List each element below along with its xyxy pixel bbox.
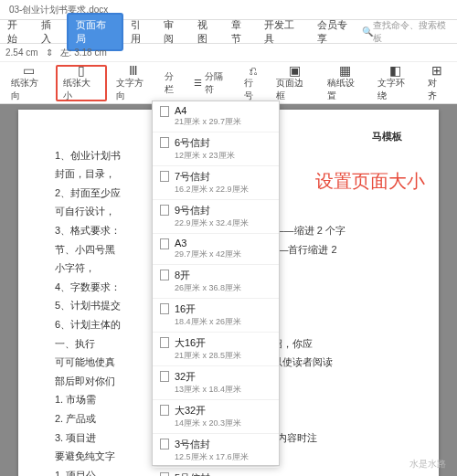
tab-view[interactable]: 视图 xyxy=(190,15,224,49)
size-option-0[interactable]: A421厘米 x 29.7厘米 xyxy=(153,101,279,132)
page-icon xyxy=(160,472,169,476)
search-icon: 🔍 xyxy=(362,26,373,37)
tab-page-layout[interactable]: 页面布局 xyxy=(67,13,122,51)
margin-top: 2.54 cm xyxy=(5,48,38,58)
breaks-button[interactable]: ☰分隔符 xyxy=(190,69,235,98)
page-icon xyxy=(160,303,169,314)
tab-references[interactable]: 引用 xyxy=(123,15,157,49)
tab-home[interactable]: 开始 xyxy=(0,15,34,49)
paper-setting-button[interactable]: ▦稿纸设置 xyxy=(322,65,368,101)
align-button[interactable]: ⊞对齐 xyxy=(422,65,452,101)
tab-review[interactable]: 审阅 xyxy=(156,15,190,49)
margin-left: 左: 3.18 cm xyxy=(60,47,107,59)
size-option-2[interactable]: 7号信封16.2厘米 x 22.9厘米 xyxy=(153,166,279,200)
tab-member[interactable]: 会员专享 xyxy=(310,15,362,49)
size-option-8[interactable]: 32开13厘米 x 18.4厘米 xyxy=(153,366,279,400)
size-option-1[interactable]: 6号信封12厘米 x 23厘米 xyxy=(153,132,279,166)
size-option-5[interactable]: 8开26厘米 x 36.8厘米 xyxy=(153,265,279,299)
page-icon xyxy=(160,405,169,416)
columns-button[interactable]: 分栏 xyxy=(161,69,186,98)
orientation-button[interactable]: ▭纸张方向 xyxy=(5,65,52,101)
page-icon xyxy=(160,270,169,280)
page-icon xyxy=(160,371,169,382)
search-box[interactable]: 🔍 查找命令、搜索模板 xyxy=(362,19,457,45)
line-number-button[interactable]: ⎌行号 xyxy=(239,65,268,101)
annotation-text: 设置页面大小 xyxy=(315,169,425,194)
tab-insert[interactable]: 插入 xyxy=(34,15,68,49)
size-option-10[interactable]: 3号信封12.5厘米 x 17.6厘米 xyxy=(153,434,279,468)
text-wrap-button[interactable]: ◧文字环绕 xyxy=(372,65,419,101)
page-icon xyxy=(160,106,169,117)
page-size-button[interactable]: ▯纸张大小 xyxy=(56,65,106,101)
tab-developer[interactable]: 开发工具 xyxy=(257,15,309,49)
size-option-9[interactable]: 大32开14厘米 x 20.3厘米 xyxy=(153,400,279,434)
page-size-dropdown: A421厘米 x 29.7厘米6号信封12厘米 x 23厘米7号信封16.2厘米… xyxy=(152,100,280,466)
watermark: 水是水路 xyxy=(409,458,446,471)
page-icon xyxy=(160,137,169,148)
page-icon xyxy=(160,205,169,216)
size-option-4[interactable]: A329.7厘米 x 42厘米 xyxy=(153,234,279,265)
size-option-6[interactable]: 16开18.4厘米 x 26厘米 xyxy=(153,299,279,333)
size-option-11[interactable]: 5号信封11厘米 x 22厘米 xyxy=(153,468,279,476)
text-direction-button[interactable]: Ⅲ文字方向 xyxy=(111,65,157,101)
page-icon xyxy=(160,171,169,182)
tab-section[interactable]: 章节 xyxy=(224,15,258,49)
page-icon xyxy=(160,337,169,348)
ribbon-toolbar: ▭纸张方向 ▯纸张大小 Ⅲ文字方向 分栏 ☰分隔符 ⎌行号 ▣页面边框 ▦稿纸设… xyxy=(0,62,457,104)
page-border-button[interactable]: ▣页面边框 xyxy=(271,65,317,101)
page-icon xyxy=(160,238,169,249)
page-icon xyxy=(160,439,169,450)
size-option-7[interactable]: 大16开21厘米 x 28.5厘米 xyxy=(153,333,279,366)
ribbon-tabs: 开始 插入 页面布局 引用 审阅 视图 章节 开发工具 会员专享 🔍 查找命令、… xyxy=(0,20,457,44)
size-option-3[interactable]: 9号信封22.9厘米 x 32.4厘米 xyxy=(153,200,279,234)
